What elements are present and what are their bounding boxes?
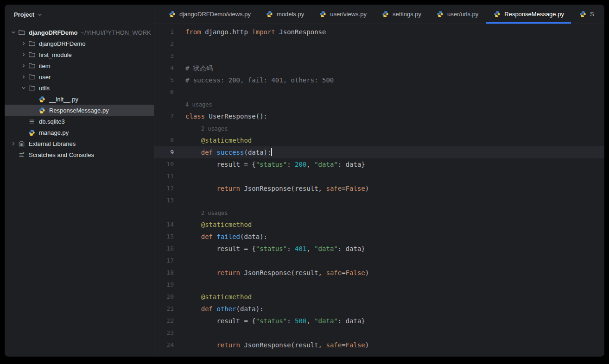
code-text[interactable] [174,170,185,182]
line-number[interactable]: 17 [154,255,174,267]
tab-s[interactable]: S [571,5,602,24]
code-line-19[interactable]: 19 [154,279,604,291]
line-number[interactable]: 6 [154,86,174,98]
code-text[interactable]: 2 usages [174,122,228,134]
line-number[interactable]: 3 [154,50,174,62]
code-line-21[interactable]: 21 def other(data): [154,303,604,315]
line-number[interactable]: 14 [154,219,174,231]
tab-settings-py[interactable]: settings.py [374,5,429,24]
code-line-12[interactable]: 12 return JsonResponse(result, safe=Fals… [154,182,604,195]
code-line-10[interactable]: 10 result = {"status": 200, "data": data… [154,158,604,170]
code-line-22[interactable]: 22 result = {"status": 500, "data": data… [154,315,604,327]
code-line-15[interactable]: 15 def failed(data): [154,231,604,243]
code-text[interactable]: result = {"status": 401, "data": data} [174,243,365,255]
code-line-7[interactable]: 7class UserResponse(): [154,110,604,122]
code-text[interactable]: from django.http import JsonResponse [174,26,326,38]
chevron-right-icon[interactable] [19,40,28,47]
line-number[interactable]: 1 [154,26,174,38]
code-text[interactable] [174,255,185,267]
code-text[interactable] [174,279,185,291]
line-number[interactable] [154,98,174,110]
code-line-9[interactable]: 9 def success(data): [154,146,604,158]
tree-item-responsemessage-py[interactable]: ResponseMessage.py [5,105,154,116]
line-number[interactable]: 21 [154,303,174,315]
code-text[interactable]: 2 usages [174,207,228,219]
code-line-2[interactable]: 2 [154,38,604,50]
project-tool-header[interactable]: Project [5,5,154,24]
line-number[interactable]: 15 [154,231,174,243]
code-text[interactable] [174,38,185,50]
code-line-4[interactable]: 4# 状态码 [154,62,604,74]
line-number[interactable]: 24 [154,339,174,351]
line-number[interactable]: 10 [154,158,174,170]
tree-item-external-libraries[interactable]: External Libraries [5,138,154,149]
code-text[interactable] [174,195,185,207]
line-number[interactable] [154,207,174,219]
tree-item-first-module[interactable]: first_module [5,49,154,60]
line-number[interactable]: 2 [154,38,174,50]
code-text[interactable] [174,50,185,62]
code-text[interactable]: return JsonResponse(result, safe=False) [174,182,369,195]
code-text[interactable]: return JsonResponse(result, safe=False) [174,267,369,279]
tree-item-init-py[interactable]: __init__.py [5,94,154,105]
code-line-5[interactable]: 5# success: 200, fail: 401, others: 500 [154,74,604,86]
code-text[interactable]: @staticmethod [174,219,252,231]
code-line-17[interactable]: 17 [154,255,604,267]
tree-item-db-sqlite3[interactable]: db.sqlite3 [5,116,154,127]
code-line-6[interactable]: 6 [154,86,604,98]
tree-item-djangodrfdemo[interactable]: djangoDRFDemo~/YIHUI/PYTHON_WORK [5,27,154,38]
code-text[interactable]: # success: 200, fail: 401, others: 500 [174,74,334,86]
code-line-20[interactable]: 20 @staticmethod [154,291,604,303]
code-line-3[interactable]: 3 [154,50,604,62]
code-line-13[interactable]: 13 [154,195,604,207]
line-number[interactable]: 16 [154,243,174,255]
code-text[interactable]: @staticmethod [174,134,252,146]
usages-inlay-row[interactable]: 2 usages [154,207,604,219]
code-text[interactable]: result = {"status": 200, "data": data} [174,158,365,170]
tree-item-utils[interactable]: utils [5,82,154,94]
line-number[interactable]: 23 [154,327,174,339]
tree-item-user[interactable]: user [5,71,154,82]
usages-inlay-row[interactable]: 4 usages [154,98,604,110]
line-number[interactable]: 22 [154,315,174,327]
tree-item-scratches-and-consoles[interactable]: Scratches and Consoles [5,149,154,160]
tab-djangodrfdemo-views-py[interactable]: djangoDRFDemo/views.py [161,5,258,24]
tab-user-urls-py[interactable]: user/urls.py [429,5,486,24]
chevron-right-icon[interactable] [19,73,28,81]
line-number[interactable]: 4 [154,62,174,74]
code-line-1[interactable]: 1from django.http import JsonResponse [154,26,604,38]
line-number[interactable]: 9 [154,146,174,158]
code-text[interactable]: def failed(data): [174,231,267,243]
usages-hint[interactable]: 4 usages [185,101,212,108]
chevron-right-icon[interactable] [19,51,28,58]
code-line-11[interactable]: 11 [154,170,604,182]
line-number[interactable]: 5 [154,74,174,86]
code-text[interactable]: 4 usages [174,98,212,110]
code-line-14[interactable]: 14 @staticmethod [154,219,604,231]
chevron-down-icon[interactable] [9,29,18,36]
code-text[interactable]: return JsonResponse(result, safe=False) [174,339,369,351]
code-line-8[interactable]: 8 @staticmethod [154,134,604,146]
usages-hint[interactable]: 2 usages [201,126,228,132]
line-number[interactable]: 7 [154,110,174,122]
code-text[interactable]: class UserResponse(): [174,110,267,122]
code-text[interactable]: def success(data): [174,146,272,158]
editor[interactable]: 1from django.http import JsonResponse234… [154,24,604,357]
tab-user-views-py[interactable]: user/views.py [311,5,374,24]
code-line-18[interactable]: 18 return JsonResponse(result, safe=Fals… [154,267,604,279]
line-number[interactable]: 20 [154,291,174,303]
chevron-right-icon[interactable] [19,62,28,69]
tree-item-manage-py[interactable]: manage.py [5,127,154,138]
tree-item-djangodrfdemo[interactable]: djangoDRFDemo [5,38,154,49]
tab-responsemessage-py[interactable]: ResponseMessage.py [486,5,571,24]
chevron-right-icon[interactable] [9,140,18,147]
line-number[interactable]: 19 [154,279,174,291]
code-line-23[interactable]: 23 [154,327,604,339]
code-text[interactable]: @staticmethod [174,291,252,303]
usages-inlay-row[interactable]: 2 usages [154,122,604,134]
line-number[interactable]: 12 [154,182,174,195]
line-number[interactable]: 18 [154,267,174,279]
line-number[interactable] [154,122,174,134]
chevron-down-icon[interactable] [19,84,28,92]
line-number[interactable]: 8 [154,134,174,146]
